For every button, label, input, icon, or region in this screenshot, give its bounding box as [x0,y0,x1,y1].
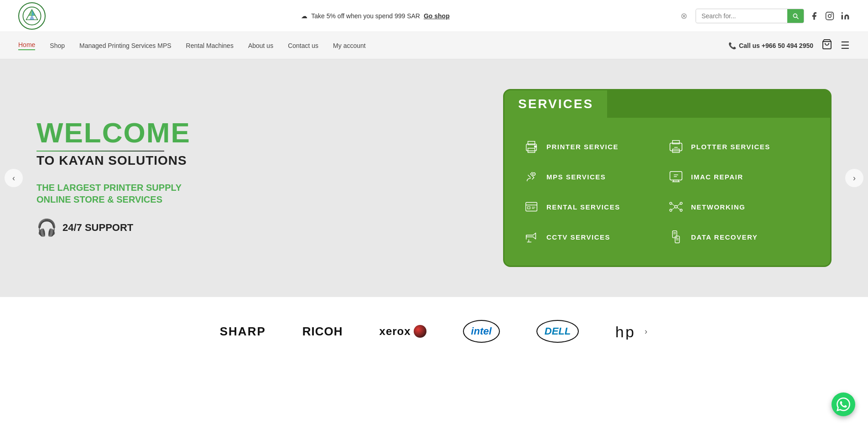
svg-point-6 [828,14,832,17]
plotter-service-icon [667,138,685,155]
brand-ricoh[interactable]: RICOH [302,324,343,339]
data-service-label: DATA RECOVERY [691,233,758,241]
promo-bar: ☁ Take 5% off when you spend 999 SAR Go … [73,12,678,20]
nav-right: 📞 Call us +966 50 494 2950 ☰ [728,39,850,52]
svg-line-47 [672,204,675,206]
svg-rect-23 [528,141,535,145]
cloud-icon: ☁ [301,12,307,20]
svg-point-30 [533,173,535,176]
logo-area[interactable] [18,2,73,30]
svg-line-48 [677,204,681,206]
service-plotter[interactable]: PLOTTER SERVICES [667,131,812,162]
nav-bar: Home Shop Managed Printing Services MPS … [0,32,868,59]
hero-subtitle: TO KAYAN SOLUTIONS [36,153,191,168]
facebook-icon[interactable] [810,11,819,21]
imac-service-icon [667,168,685,185]
clear-search-button[interactable]: ⊗ [678,11,690,21]
call-number: Call us +966 50 494 2950 [739,42,813,49]
svg-rect-39 [528,207,530,209]
brand-xerox[interactable]: xerox [379,325,426,338]
svg-line-49 [672,208,675,210]
nav-rental[interactable]: Rental Machines [186,42,234,49]
social-links [810,11,850,21]
search-area [696,9,804,23]
data-service-icon [667,228,685,246]
svg-point-44 [680,202,682,204]
brand-hp[interactable]: hp › [615,323,648,340]
nav-contact[interactable]: Contact us [288,42,318,49]
cart-button[interactable] [821,39,832,52]
hero-section: WELCOME TO KAYAN SOLUTIONS THE LARGEST P… [0,59,868,297]
service-printer[interactable]: PRINTER SERVICE [523,131,667,162]
service-mps[interactable]: MPS SERVICES [523,162,667,192]
nav-home[interactable]: Home [18,41,35,50]
svg-point-45 [670,209,672,211]
printer-service-label: PRINTER SERVICE [546,143,619,151]
service-rental[interactable]: RENTAL SERVICES [523,192,667,222]
carousel-next-button[interactable]: › [845,169,863,187]
top-bar: ☁ Take 5% off when you spend 999 SAR Go … [0,0,868,32]
xerox-ball-icon [414,325,426,338]
phone-icon: 📞 [728,42,736,49]
service-data[interactable]: DATA RECOVERY [667,222,812,252]
carousel-prev-button[interactable]: ‹ [5,169,23,187]
search-input[interactable] [696,10,787,22]
svg-point-25 [535,146,536,147]
brand-sharp[interactable]: SHARP [220,324,266,339]
nav-shop[interactable]: Shop [50,42,65,49]
services-card: SERVICES PRINTER SERVICE PLOTTER SERVICE… [503,89,832,267]
brand-intel[interactable]: intel [463,320,500,343]
mps-service-label: MPS SERVICES [546,173,606,181]
services-grid: PRINTER SERVICE PLOTTER SERVICES MPS SER… [504,118,830,266]
call-us: 📞 Call us +966 50 494 2950 [728,42,813,49]
hero-divider [36,151,164,152]
hamburger-menu[interactable]: ☰ [841,40,850,52]
svg-rect-5 [826,12,834,20]
brand-dell[interactable]: DELL [536,320,579,343]
rental-service-label: RENTAL SERVICES [546,203,620,211]
services-header: SERVICES [504,90,830,118]
go-shop-link[interactable]: Go shop [424,12,450,20]
hero-left: WELCOME TO KAYAN SOLUTIONS THE LARGEST P… [36,119,191,237]
svg-rect-54 [672,231,676,238]
svg-line-50 [677,208,681,210]
services-title: SERVICES [518,97,593,111]
svg-rect-24 [528,148,535,152]
svg-point-46 [680,209,682,211]
svg-text:hp: hp [615,324,636,340]
brands-section: SHARP RICOH xerox intel DELL hp › [0,297,868,366]
service-networking[interactable]: NETWORKING [667,192,812,222]
nav-links: Home Shop Managed Printing Services MPS … [18,41,366,50]
imac-service-label: IMAC REPAIR [691,173,743,181]
service-cctv[interactable]: CCTV SERVICES [523,222,667,252]
hero-support: 🎧 24/7 SUPPORT [36,218,191,237]
svg-point-42 [675,205,677,208]
nav-about[interactable]: About us [248,42,273,49]
svg-point-7 [832,14,832,14]
services-title-box: SERVICES [504,90,607,118]
networking-service-label: NETWORKING [691,203,745,211]
cctv-service-icon [523,228,540,246]
service-imac[interactable]: IMAC REPAIR [667,162,812,192]
svg-point-9 [842,12,843,13]
headset-icon: 🎧 [36,218,57,237]
cctv-service-label: CCTV SERVICES [546,233,610,241]
brand-hp-arrow-icon: › [645,327,648,336]
svg-line-31 [528,175,530,178]
instagram-icon[interactable] [825,11,834,21]
nav-mps[interactable]: Managed Printing Services MPS [79,42,172,49]
mps-service-icon [523,168,540,185]
search-button[interactable] [787,9,804,23]
promo-text: Take 5% off when you spend 999 SAR [311,12,420,20]
rental-service-icon [523,198,540,215]
linkedin-icon[interactable] [841,11,850,21]
logo[interactable] [18,2,46,30]
svg-rect-55 [675,236,679,243]
nav-account[interactable]: My account [333,42,366,49]
printer-service-icon [523,138,540,155]
svg-rect-27 [672,141,679,144]
svg-rect-32 [670,172,682,180]
plotter-service-label: PLOTTER SERVICES [691,143,770,151]
svg-rect-8 [842,15,843,19]
hero-welcome: WELCOME [36,119,191,147]
